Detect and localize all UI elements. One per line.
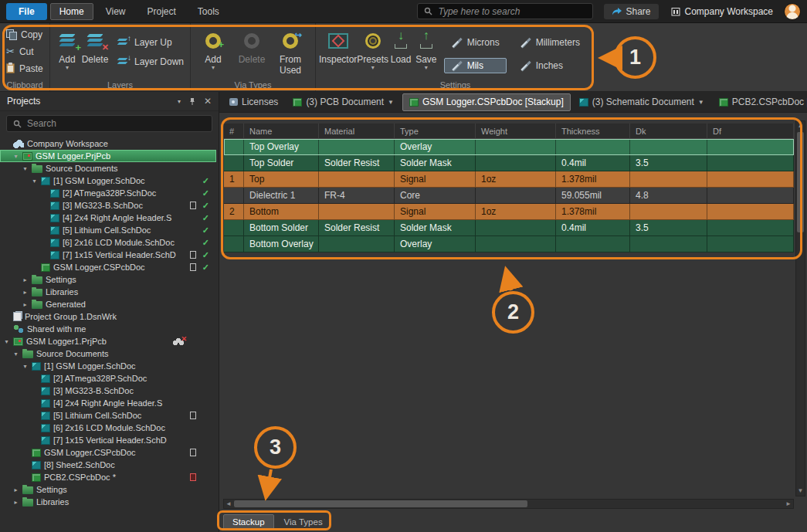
stackup-row[interactable]: Top OverlayOverlay	[224, 139, 794, 155]
tree-item[interactable]: GSM Logger.CSPcbDoc ✓	[0, 446, 219, 459]
tree-item[interactable]: [4] 2x4 Right Angle Header.S ✓	[0, 212, 219, 224]
cell-weight[interactable]	[476, 155, 556, 171]
menu-tab-project[interactable]: Project	[137, 3, 185, 20]
cell-name[interactable]: Top	[244, 171, 319, 188]
expand-arrow[interactable]: ▸	[22, 301, 29, 308]
via-delete-button[interactable]: Delete	[232, 26, 271, 65]
cell-name[interactable]: Bottom Solder	[244, 220, 319, 236]
paste-button[interactable]: Paste	[3, 60, 46, 76]
tree-item[interactable]: GSM Logger.CSPcbDoc ✓	[0, 261, 219, 273]
pin-icon[interactable]	[188, 97, 196, 106]
expand-arrow[interactable]: ▾	[22, 363, 29, 370]
stackup-row[interactable]: 2BottomSignal1oz1.378mil	[224, 204, 794, 220]
layers-delete-button[interactable]: ✕ Delete	[81, 26, 109, 65]
tree-item[interactable]: ▾ [1] GSM Logger.SchDoc ✓	[0, 175, 219, 187]
cell-material[interactable]: FR-4	[319, 188, 395, 204]
tree-item[interactable]: ▾ GSM Logger.PrjPcb ✓	[0, 150, 216, 162]
cell-num[interactable]	[224, 155, 244, 171]
cell-name[interactable]: Dielectric 1	[244, 188, 319, 204]
via-from-used-button[interactable]: ↪ From Used	[271, 26, 310, 76]
cell-df[interactable]	[707, 188, 794, 204]
expand-arrow[interactable]: ▾	[12, 153, 19, 160]
cell-material[interactable]: Solder Resist	[319, 220, 395, 236]
tree-item[interactable]: [5] Lithium Cell.SchDoc ✓	[0, 409, 219, 422]
tree-item[interactable]: [4] 2x4 Right Angle Header.S ✓	[0, 397, 219, 409]
column-header[interactable]: Dk	[630, 124, 707, 139]
tree-item[interactable]: [3] MG323-B.SchDoc ✓	[0, 385, 219, 397]
horizontal-scroll-thumb[interactable]	[234, 500, 527, 507]
stackup-row[interactable]: Bottom SolderSolder ResistSolder Mask0.4…	[224, 220, 794, 236]
cell-name[interactable]: Top Overlay	[244, 139, 319, 155]
cell-weight[interactable]: 1oz	[476, 204, 556, 220]
tree-item[interactable]: [2] ATmega328P.SchDoc ✓	[0, 187, 219, 199]
cell-df[interactable]	[707, 171, 794, 188]
presets-button[interactable]: Presets▾	[357, 26, 388, 70]
cell-thickness[interactable]: 0.4mil	[556, 155, 630, 171]
cell-df[interactable]	[707, 220, 794, 236]
cell-material[interactable]	[319, 139, 395, 155]
cell-dk[interactable]	[630, 236, 707, 252]
column-header[interactable]: Weight	[476, 124, 556, 139]
unit-mils-button[interactable]: Mils	[444, 58, 507, 73]
tree-item[interactable]: [5] Lithium Cell.SchDoc ✓	[0, 224, 219, 236]
tree-item[interactable]: ▾ [1] GSM Logger.SchDoc ✓	[0, 360, 219, 372]
tree-item[interactable]: Shared with me ✓	[0, 323, 219, 335]
cell-num[interactable]	[224, 139, 244, 155]
scroll-left-arrow[interactable]: ◄	[224, 500, 233, 508]
tree-item[interactable]: Company Workspace ✓	[0, 137, 219, 150]
cell-type[interactable]: Signal	[395, 204, 476, 220]
file-menu-button[interactable]: File	[6, 3, 47, 20]
expand-arrow[interactable]: ▾	[3, 338, 10, 345]
tree-item[interactable]: [7] 1x15 Vertical Header.SchD ✓	[0, 249, 219, 261]
expand-arrow[interactable]: ▾	[31, 178, 38, 185]
column-header[interactable]: Df	[707, 124, 794, 139]
column-header[interactable]: Material	[319, 124, 395, 139]
cell-dk[interactable]	[630, 171, 707, 188]
expand-arrow[interactable]: ▸	[12, 486, 19, 493]
cell-type[interactable]: Solder Mask	[395, 155, 476, 171]
cell-thickness[interactable]: 1.378mil	[556, 204, 630, 220]
tree-item[interactable]: PCB2.CSPcbDoc * ✓	[0, 471, 219, 483]
copy-button[interactable]: Copy	[3, 26, 46, 42]
cell-type[interactable]: Solder Mask	[395, 220, 476, 236]
cell-name[interactable]: Bottom Overlay	[244, 236, 319, 252]
cell-material[interactable]	[319, 236, 395, 252]
cell-num[interactable]	[224, 220, 244, 236]
menu-tab-home[interactable]: Home	[50, 3, 93, 20]
chevron-down-icon[interactable]: ▼	[698, 99, 704, 106]
cell-weight[interactable]	[476, 139, 556, 155]
cell-dk[interactable]	[630, 139, 707, 155]
document-tab[interactable]: GSM Logger.CSPcbDoc [Stackup]	[402, 93, 571, 111]
cell-type[interactable]: Overlay	[395, 236, 476, 252]
tree-item[interactable]: ▸ Libraries ✓	[0, 496, 219, 508]
document-tab[interactable]: PCB2.CSPcbDoc [Stackup] *	[713, 93, 807, 111]
cell-material[interactable]	[319, 171, 395, 188]
tree-item[interactable]: ▸ Libraries ✓	[0, 286, 219, 298]
user-avatar[interactable]	[784, 3, 801, 20]
save-button[interactable]: Save▾	[413, 26, 439, 70]
stackup-row[interactable]: Bottom OverlayOverlay	[224, 236, 794, 252]
vertical-scrollbar[interactable]: ▲ ▼	[795, 120, 805, 496]
tree-item[interactable]: [3] MG323-B.SchDoc ✓	[0, 199, 219, 212]
expand-arrow[interactable]: ▾	[22, 165, 29, 172]
cell-num[interactable]	[224, 236, 244, 252]
expand-arrow[interactable]: ▾	[12, 351, 19, 357]
unit-inches-button[interactable]: Inches	[513, 58, 587, 73]
horizontal-scrollbar[interactable]: ◄ ►	[223, 499, 794, 509]
cell-dk[interactable]	[630, 204, 707, 220]
panel-dropdown-icon[interactable]: ▾	[178, 98, 181, 105]
column-header[interactable]: Name	[244, 124, 319, 139]
menu-tab-tools[interactable]: Tools	[188, 3, 229, 20]
scroll-down-arrow[interactable]: ▼	[796, 486, 805, 496]
workspace-menu[interactable]: Company Workspace	[671, 6, 774, 17]
cell-thickness[interactable]	[556, 236, 630, 252]
projects-search-input[interactable]: Search	[6, 115, 212, 132]
document-tab[interactable]: (3) Schematic Document ▼	[573, 93, 710, 111]
tree-item[interactable]: [8] Sheet2.SchDoc ✓	[0, 459, 219, 471]
cell-name[interactable]: Top Solder	[244, 155, 319, 171]
tree-item[interactable]: ▾ Source Documents ✓	[0, 347, 219, 360]
cell-type[interactable]: Overlay	[395, 139, 476, 155]
scroll-up-arrow[interactable]: ▲	[796, 121, 805, 130]
cell-weight[interactable]	[476, 188, 556, 204]
cell-material[interactable]	[319, 204, 395, 220]
